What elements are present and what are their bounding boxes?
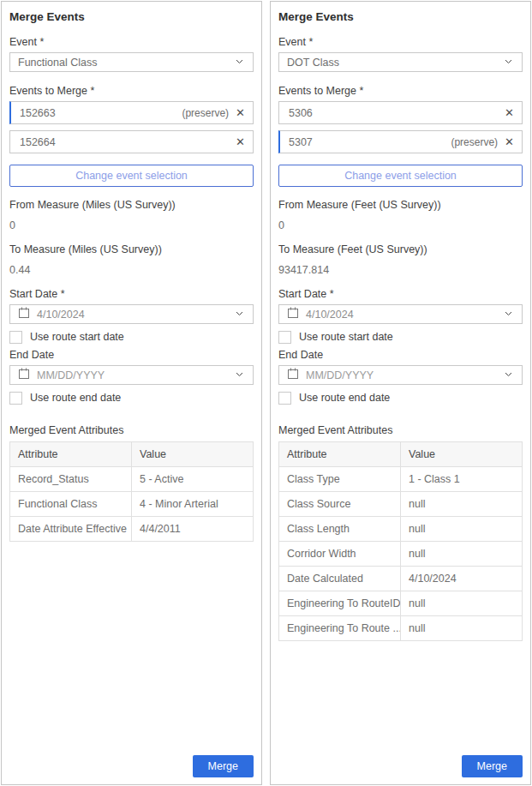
merge-events-panel-left: Merge Events Event * Functional Class Ev… — [1, 1, 262, 785]
to-measure-label: To Measure (Miles (US Survey)) — [9, 243, 254, 255]
preserve-badge: (preserve) — [451, 136, 498, 148]
attribute-cell: Class Length — [279, 517, 401, 542]
chevron-down-icon — [503, 369, 514, 382]
start-date-label: Start Date * — [9, 288, 254, 300]
calendar-icon — [287, 368, 299, 382]
merged-event-attributes-table: Attribute Value Class Type 1 - Class 1 C… — [278, 441, 523, 641]
end-date-placeholder: MM/DD/YYYY — [37, 369, 105, 381]
to-measure-value: 0.44 — [9, 264, 254, 276]
from-measure-value: 0 — [9, 219, 254, 231]
table-row: Engineering To RouteID null — [279, 591, 523, 616]
event-select-value: DOT Class — [287, 57, 339, 69]
use-route-start-date-label[interactable]: Use route start date — [299, 331, 393, 343]
merge-button[interactable]: Merge — [462, 755, 523, 777]
attribute-cell: Engineering To Route ... — [279, 616, 401, 641]
attribute-cell: Class Source — [279, 492, 401, 517]
attribute-cell: Date Calculated — [279, 567, 401, 591]
event-select[interactable]: DOT Class — [278, 52, 523, 72]
attribute-cell: Date Attribute Effective — [10, 517, 132, 542]
event-select[interactable]: Functional Class — [9, 52, 254, 72]
merge-button[interactable]: Merge — [193, 755, 254, 777]
merged-event-attributes-title: Merged Event Attributes — [278, 424, 523, 436]
to-measure-label: To Measure (Feet (US Survey)) — [278, 243, 523, 255]
use-route-start-date-checkbox[interactable] — [278, 331, 291, 344]
chevron-down-icon — [503, 308, 514, 321]
page-title: Merge Events — [9, 10, 254, 23]
from-measure-label: From Measure (Feet (US Survey)) — [278, 199, 523, 211]
preserve-badge: (preserve) — [182, 107, 229, 119]
event-to-merge-row: 152663 (preserve) ✕ — [9, 101, 254, 124]
value-cell: null — [401, 591, 523, 616]
start-date-input[interactable]: 4/10/2024 — [9, 304, 254, 324]
table-row: Functional Class 4 - Minor Arterial — [10, 492, 254, 517]
attribute-column-header: Attribute — [10, 442, 132, 467]
merge-events-panel-right: Merge Events Event * DOT Class Events to… — [270, 1, 531, 785]
change-event-selection-button[interactable]: Change event selection — [9, 165, 254, 187]
remove-event-icon[interactable]: ✕ — [505, 107, 514, 118]
change-event-selection-button[interactable]: Change event selection — [278, 165, 523, 187]
to-measure-value: 93417.814 — [278, 264, 523, 276]
use-route-start-date-checkbox[interactable] — [9, 331, 22, 344]
value-column-header: Value — [401, 442, 523, 467]
value-cell: 4/4/2011 — [132, 517, 254, 542]
event-select-value: Functional Class — [18, 57, 97, 69]
event-label: Event * — [278, 36, 523, 48]
chevron-down-icon — [234, 308, 245, 321]
end-date-placeholder: MM/DD/YYYY — [306, 369, 374, 381]
use-route-end-date-checkbox[interactable] — [278, 392, 291, 405]
use-route-start-date-label[interactable]: Use route start date — [30, 331, 124, 343]
attribute-cell: Record_Status — [10, 467, 132, 492]
merge-events-workspace: Merge Events Event * Functional Class Ev… — [0, 0, 532, 786]
event-id: 5306 — [289, 107, 313, 119]
end-date-label: End Date — [9, 349, 254, 361]
end-date-input[interactable]: MM/DD/YYYY — [278, 365, 523, 385]
table-row: Class Length null — [279, 517, 523, 542]
merged-event-attributes-title: Merged Event Attributes — [9, 424, 254, 436]
event-to-merge-row: 5306 ✕ — [278, 101, 523, 124]
chevron-down-icon — [234, 369, 245, 382]
calendar-icon — [287, 307, 299, 321]
use-route-start-date-row: Use route start date — [278, 330, 523, 344]
table-row: Class Type 1 - Class 1 — [279, 467, 523, 492]
chevron-down-icon — [503, 56, 514, 69]
table-header-row: Attribute Value — [10, 442, 254, 467]
use-route-end-date-row: Use route end date — [278, 391, 523, 405]
event-to-merge-row: 5307 (preserve) ✕ — [278, 130, 523, 153]
from-measure-value: 0 — [278, 219, 523, 231]
table-row: Class Source null — [279, 492, 523, 517]
use-route-end-date-checkbox[interactable] — [9, 392, 22, 405]
event-to-merge-row: 152664 ✕ — [9, 130, 254, 153]
table-row: Date Calculated 4/10/2024 — [279, 567, 523, 591]
chevron-down-icon — [234, 56, 245, 69]
value-cell: null — [401, 542, 523, 567]
start-date-value: 4/10/2024 — [37, 309, 85, 321]
remove-event-icon[interactable]: ✕ — [236, 107, 245, 118]
end-date-label: End Date — [278, 349, 523, 361]
use-route-end-date-label[interactable]: Use route end date — [299, 392, 390, 404]
start-date-label: Start Date * — [278, 288, 523, 300]
table-row: Engineering To Route ... null — [279, 616, 523, 641]
value-cell: null — [401, 492, 523, 517]
value-cell: null — [401, 616, 523, 641]
attribute-cell: Functional Class — [10, 492, 132, 517]
remove-event-icon[interactable]: ✕ — [505, 136, 514, 147]
event-label: Event * — [9, 36, 254, 48]
panel-footer: Merge — [9, 748, 254, 777]
panel-footer: Merge — [278, 748, 523, 777]
attribute-cell: Engineering To RouteID — [279, 591, 401, 616]
events-to-merge-label: Events to Merge * — [278, 85, 523, 97]
value-column-header: Value — [132, 442, 254, 467]
end-date-input[interactable]: MM/DD/YYYY — [9, 365, 254, 385]
value-cell: 5 - Active — [132, 467, 254, 492]
remove-event-icon[interactable]: ✕ — [236, 136, 245, 147]
value-cell: null — [401, 517, 523, 542]
calendar-icon — [18, 368, 30, 382]
use-route-end-date-label[interactable]: Use route end date — [30, 392, 121, 404]
table-row: Record_Status 5 - Active — [10, 467, 254, 492]
start-date-input[interactable]: 4/10/2024 — [278, 304, 523, 324]
from-measure-label: From Measure (Miles (US Survey)) — [9, 199, 254, 211]
attribute-cell: Corridor Width — [279, 542, 401, 567]
calendar-icon — [18, 307, 30, 321]
start-date-value: 4/10/2024 — [306, 309, 354, 321]
table-row: Date Attribute Effective 4/4/2011 — [10, 517, 254, 542]
